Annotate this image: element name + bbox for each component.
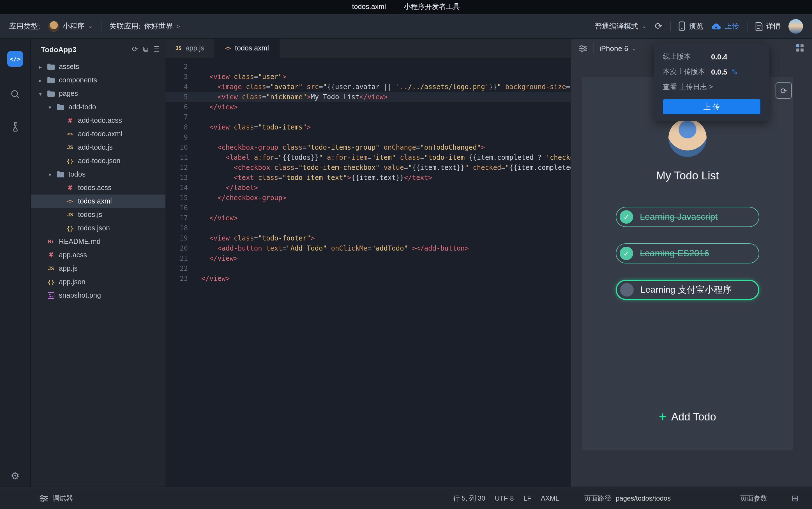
preview-label: 预览: [689, 21, 703, 31]
code-row: 20 <add-button text="Add Todo" onClickMe…: [165, 243, 571, 253]
tree-item-todos.js[interactable]: JStodos.js: [31, 208, 165, 222]
line-number: 19: [165, 233, 197, 243]
tree-item-label: todos: [68, 170, 86, 178]
encoding-indicator[interactable]: UTF-8: [495, 495, 514, 502]
linked-app-value: 你好世界: [144, 21, 173, 31]
tree-item-assets[interactable]: ▸assets: [31, 60, 165, 73]
tree-item-todos.json[interactable]: {}todos.json: [31, 222, 165, 235]
cursor-position[interactable]: 行 5, 列 30: [453, 494, 485, 503]
compile-mode-selector[interactable]: 普通编译模式 ⌄: [595, 21, 647, 31]
todo-item[interactable]: ✓Learning Javascript: [616, 207, 759, 227]
tree-item-add-todo.acss[interactable]: #add-todo.acss: [31, 114, 165, 127]
tree-item-app.acss[interactable]: #app.acss: [31, 248, 165, 262]
json-icon: {}: [46, 278, 56, 285]
js-icon: JS: [65, 145, 75, 150]
app-type-selector[interactable]: 小程序 ⌄: [48, 21, 93, 32]
gear-icon[interactable]: ⚙: [11, 470, 20, 482]
tab-todos.axml[interactable]: <>todos.axml: [215, 39, 279, 58]
js-icon: JS: [65, 212, 75, 217]
code-line: <image class="avatar" src="{{user.avatar…: [197, 82, 571, 92]
toolbar-separator: [670, 21, 671, 31]
tree-item-label: app.acss: [59, 251, 87, 259]
simulator-refresh-button[interactable]: ⟳: [776, 82, 792, 99]
code-row: 15 </checkbox-group>: [165, 193, 571, 203]
upload-button[interactable]: 上传: [711, 21, 739, 31]
code-line: <label a:for="{{todos}}" a:for-item="ite…: [197, 152, 571, 163]
line-number: 21: [165, 253, 197, 264]
checked-checkbox-icon[interactable]: ✓: [620, 210, 633, 224]
device-list-icon[interactable]: [579, 44, 588, 52]
upload-label: 上传: [724, 21, 739, 31]
preview-button[interactable]: 预览: [679, 21, 703, 31]
flask-icon[interactable]: [10, 122, 20, 132]
upload-log-link[interactable]: 查看 上传日志 >: [654, 79, 769, 95]
edit-version-icon[interactable]: ✎: [732, 68, 738, 76]
tree-item-app.js[interactable]: JSapp.js: [31, 262, 165, 275]
code-row: 16: [165, 203, 571, 213]
tree-item-components[interactable]: ▸components: [31, 73, 165, 87]
project-name: TodoApp3: [41, 45, 132, 54]
statusbar: 调试器 行 5, 列 30 UTF-8 LF AXML 页面路径 pages/t…: [0, 486, 812, 509]
tree-item-add-todo.axml[interactable]: <>add-todo.axml: [31, 127, 165, 141]
chevron-down-icon[interactable]: ▾: [38, 91, 43, 97]
toolbar-separator: [747, 21, 747, 31]
tree-item-README.md[interactable]: M↓README.md: [31, 235, 165, 248]
tree-item-app.json[interactable]: {}app.json: [31, 275, 165, 289]
tree-item-add-todo.json[interactable]: {}add-todo.json: [31, 154, 165, 168]
code-area[interactable]: 23 <view class="user">4 <image class="av…: [165, 58, 571, 284]
page-params-button[interactable]: 页面参数: [740, 487, 767, 509]
refresh-icon: ⟳: [780, 86, 787, 95]
line-number: 23: [165, 274, 197, 284]
chevron-right-icon: >: [176, 23, 180, 29]
tree-item-todos.axml[interactable]: <>todos.axml: [31, 195, 165, 208]
chevron-down-icon[interactable]: ▾: [47, 104, 53, 110]
debugger-label: 调试器: [53, 494, 73, 503]
code-row: 5 <view class="nickname">My Todo List</v…: [165, 92, 571, 102]
chevron-right-icon[interactable]: ▸: [38, 64, 43, 70]
chevron-right-icon[interactable]: ▸: [38, 77, 43, 83]
tree-item-add-todo[interactable]: ▾add-todo: [31, 100, 165, 114]
eol-indicator[interactable]: LF: [523, 495, 531, 502]
todo-item[interactable]: Learning 支付宝小程序: [616, 280, 759, 300]
unchecked-checkbox-icon[interactable]: [620, 283, 634, 297]
grid-icon[interactable]: ⊞: [791, 487, 799, 509]
details-button[interactable]: 详情: [755, 21, 781, 31]
upload-confirm-button[interactable]: 上 传: [663, 99, 760, 114]
device-selector[interactable]: iPhone 6 ⌄: [600, 44, 637, 53]
chevron-down-icon[interactable]: ▾: [47, 171, 53, 177]
folder-icon: [46, 63, 56, 70]
details-label: 详情: [766, 21, 781, 31]
tab-app.js[interactable]: JSapp.js: [165, 39, 215, 58]
tree-item-todos[interactable]: ▾todos: [31, 168, 165, 181]
tree-item-label: todos.acss: [78, 184, 111, 192]
tree-item-add-todo.js[interactable]: JSadd-todo.js: [31, 141, 165, 154]
plus-icon: +: [659, 411, 666, 423]
js-icon: JS: [46, 266, 56, 271]
refresh-icon[interactable]: ⟳: [655, 21, 662, 31]
axml-icon: <>: [225, 45, 231, 51]
tree-item-label: pages: [59, 90, 78, 98]
phone-screen: My Todo List ✓Learning Javascript✓Learni…: [582, 77, 793, 450]
refresh-icon[interactable]: ⟳: [132, 45, 138, 54]
menu-icon[interactable]: ☰: [154, 45, 160, 54]
tree-item-snapshot.png[interactable]: snapshot.png: [31, 289, 165, 302]
checked-checkbox-icon[interactable]: ✓: [620, 247, 633, 260]
code-panel-icon[interactable]: </>: [7, 51, 23, 67]
user-avatar[interactable]: [788, 19, 803, 33]
language-indicator[interactable]: AXML: [541, 495, 559, 502]
panel-settings-icon[interactable]: [796, 44, 804, 54]
debugger-toggle[interactable]: 调试器: [39, 487, 73, 509]
todo-item[interactable]: ✓Learning ES2016: [616, 243, 759, 264]
code-line: [197, 132, 571, 142]
collapse-icon[interactable]: ⧉: [143, 45, 148, 54]
code-row: 17 </view>: [165, 213, 571, 223]
tree-item-todos.acss[interactable]: #todos.acss: [31, 181, 165, 195]
add-todo-button[interactable]: + Add Todo: [659, 411, 716, 423]
code-row: 8 <view class="todo-items">: [165, 122, 571, 132]
code-row: 3 <view class="user">: [165, 72, 571, 82]
json-icon: {}: [65, 225, 75, 232]
tree-item-label: assets: [59, 63, 79, 71]
search-icon[interactable]: [10, 89, 20, 99]
tree-item-pages[interactable]: ▾pages: [31, 87, 165, 100]
linked-app-selector[interactable]: 关联应用: 你好世界 >: [109, 21, 180, 31]
